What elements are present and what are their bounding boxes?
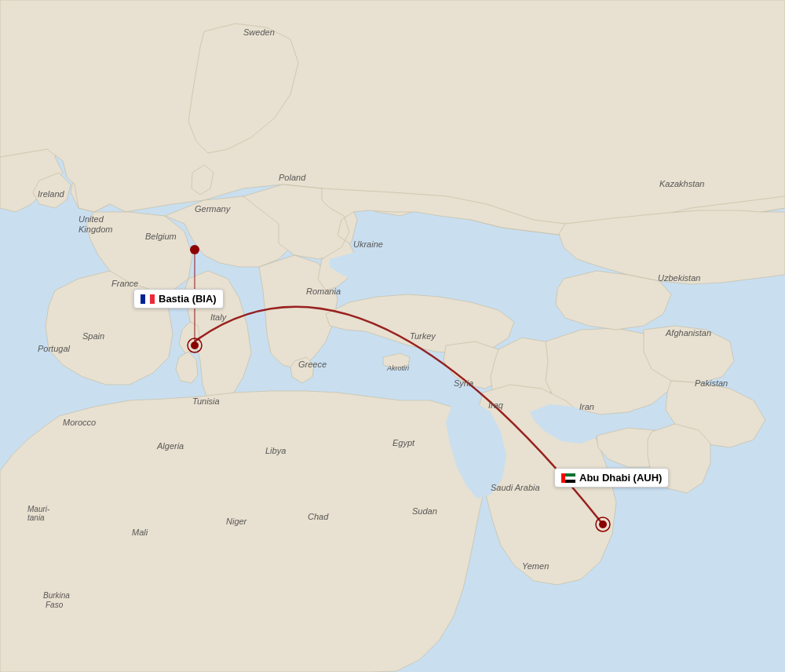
svg-text:Romania: Romania [306, 287, 341, 296]
svg-text:Poland: Poland [279, 173, 306, 182]
svg-text:United: United [78, 214, 104, 224]
svg-text:Yemen: Yemen [522, 561, 549, 571]
svg-text:Mali: Mali [132, 528, 148, 537]
svg-text:Algeria: Algeria [156, 441, 184, 451]
svg-text:Chad: Chad [308, 512, 329, 521]
svg-text:Faso: Faso [46, 601, 64, 609]
svg-text:Kazakhstan: Kazakhstan [659, 179, 704, 188]
svg-text:Libya: Libya [265, 446, 286, 455]
svg-text:Greece: Greece [298, 360, 327, 369]
svg-text:Afghanistan: Afghanistan [665, 328, 711, 338]
svg-text:Mauri-: Mauri- [27, 505, 50, 513]
svg-text:Pakistan: Pakistan [695, 378, 728, 388]
svg-text:Iran: Iran [579, 402, 594, 411]
map-container: Ireland United Kingdom Sweden Germany Be… [0, 0, 785, 672]
svg-text:Kingdom: Kingdom [78, 225, 112, 234]
svg-text:Italy: Italy [210, 312, 228, 322]
svg-text:Turkey: Turkey [410, 331, 436, 341]
svg-rect-47 [150, 294, 155, 304]
svg-text:Ireland: Ireland [38, 189, 65, 199]
svg-text:Saudi Arabia: Saudi Arabia [491, 483, 540, 492]
svg-text:Portugal: Portugal [38, 344, 71, 353]
svg-text:tania: tania [27, 513, 45, 522]
abu-dhabi-airport-label: Abu Dhabi (AUH) [554, 468, 669, 488]
svg-text:Spain: Spain [82, 331, 104, 341]
svg-text:Morocco: Morocco [63, 418, 96, 427]
svg-text:Tunisia: Tunisia [192, 396, 220, 406]
uae-flag-icon [561, 473, 575, 483]
abu-dhabi-label-text: Abu Dhabi (AUH) [579, 472, 662, 484]
svg-rect-51 [561, 473, 565, 483]
bastia-label-text: Bastia (BIA) [159, 293, 217, 305]
svg-text:Iraq: Iraq [488, 400, 504, 410]
svg-text:Niger: Niger [226, 517, 248, 526]
svg-text:Uzbekistan: Uzbekistan [658, 273, 700, 283]
svg-text:Sweden: Sweden [243, 27, 275, 37]
svg-text:Egypt: Egypt [392, 438, 415, 447]
france-flag-icon [141, 294, 155, 304]
bastia-airport-label: Bastia (BIA) [133, 289, 224, 309]
svg-text:Ukraine: Ukraine [353, 239, 383, 249]
svg-point-5 [599, 520, 607, 528]
svg-point-3 [191, 341, 199, 349]
svg-text:Sudan: Sudan [412, 506, 437, 516]
svg-text:Syria: Syria [454, 378, 473, 388]
svg-text:Akrotiri: Akrotiri [386, 364, 410, 372]
svg-text:Belgium: Belgium [145, 232, 177, 241]
svg-text:Germany: Germany [195, 204, 232, 214]
svg-rect-45 [141, 294, 145, 304]
svg-text:France: France [111, 279, 138, 288]
svg-text:Burkina: Burkina [43, 591, 70, 600]
svg-rect-46 [145, 294, 150, 304]
